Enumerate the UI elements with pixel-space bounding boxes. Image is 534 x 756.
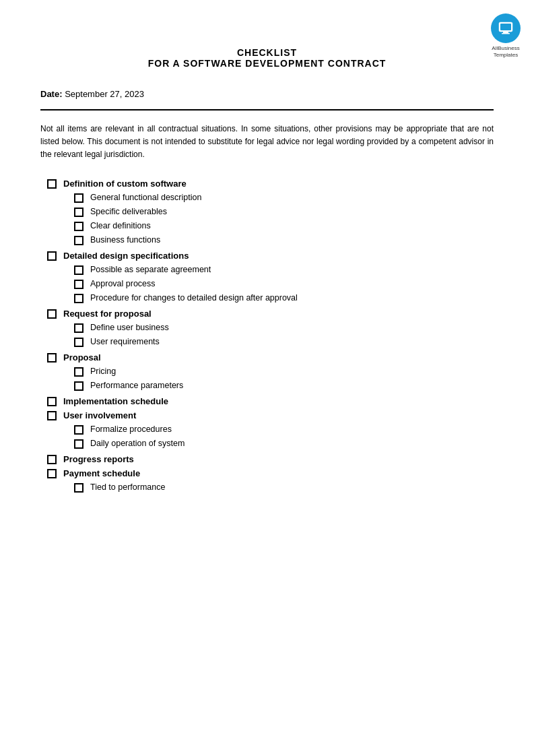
checkbox-implementation[interactable] <box>47 397 57 406</box>
sub-checklist-payment-schedule: Tied to performance <box>47 482 494 493</box>
svg-rect-2 <box>503 32 508 33</box>
date-section: Date: September 27, 2023 <box>40 89 494 99</box>
sub-checklist-definition: General functional descriptionSpecific d… <box>47 193 494 245</box>
page: AllBusiness Templates CHECKLIST FOR A SO… <box>0 0 534 756</box>
sub-item-definition-3[interactable]: Business functions <box>74 235 494 245</box>
date-label: Date: <box>40 89 63 99</box>
section-definition: Definition of custom softwareGeneral fun… <box>47 179 494 245</box>
sub-item-payment-schedule-0[interactable]: Tied to performance <box>74 482 494 493</box>
label-payment-schedule: Payment schedule <box>63 468 140 478</box>
sub-checklist-proposal: PricingPerformance parameters <box>47 367 494 391</box>
sub-checkbox-payment-schedule-0[interactable] <box>74 483 84 493</box>
date-value: September 27, 2023 <box>65 89 144 99</box>
section-implementation: Implementation schedule <box>47 396 494 406</box>
label-progress-reports: Progress reports <box>63 454 134 464</box>
checkbox-definition[interactable] <box>47 179 57 189</box>
sub-label-proposal-0: Pricing <box>90 367 116 376</box>
doc-title: CHECKLIST <box>40 47 494 58</box>
sub-item-user-involvement-1[interactable]: Daily operation of system <box>74 439 494 449</box>
section-progress-reports: Progress reports <box>47 454 494 464</box>
sub-checkbox-definition-0[interactable] <box>74 193 84 203</box>
sub-checkbox-request-proposal-1[interactable] <box>74 338 84 347</box>
sub-checkbox-user-involvement-1[interactable] <box>74 439 84 449</box>
sub-checklist-request-proposal: Define user businessUser requirements <box>47 323 494 347</box>
svg-rect-3 <box>502 33 510 34</box>
sub-item-definition-1[interactable]: Specific deliverables <box>74 207 494 217</box>
label-user-involvement: User involvement <box>63 410 136 420</box>
checklist-item-payment-schedule[interactable]: Payment schedule <box>47 468 494 478</box>
checkbox-detailed-design[interactable] <box>47 251 57 261</box>
sub-checkbox-detailed-design-2[interactable] <box>74 294 84 303</box>
sub-label-definition-3: Business functions <box>90 235 160 245</box>
checkbox-progress-reports[interactable] <box>47 455 57 464</box>
sub-checkbox-definition-3[interactable] <box>74 236 84 245</box>
sub-item-user-involvement-0[interactable]: Formalize procedures <box>74 424 494 435</box>
checklist-item-detailed-design[interactable]: Detailed design specifications <box>47 251 494 261</box>
sub-label-payment-schedule-0: Tied to performance <box>90 482 165 492</box>
sub-checkbox-user-involvement-0[interactable] <box>74 425 84 435</box>
section-proposal: ProposalPricingPerformance parameters <box>47 352 494 391</box>
checkbox-payment-schedule[interactable] <box>47 469 57 478</box>
sub-label-detailed-design-1: Approval process <box>90 279 156 288</box>
divider <box>40 109 494 111</box>
checkbox-proposal[interactable] <box>47 353 57 363</box>
sub-checkbox-request-proposal-0[interactable] <box>74 323 84 333</box>
checklist-item-progress-reports[interactable]: Progress reports <box>47 454 494 464</box>
sub-item-detailed-design-1[interactable]: Approval process <box>74 279 494 289</box>
sub-item-detailed-design-0[interactable]: Possible as separate agreement <box>74 265 494 275</box>
logo-text: AllBusiness Templates <box>492 45 519 59</box>
logo-container: AllBusiness Templates <box>491 13 521 59</box>
sub-label-request-proposal-0: Define user business <box>90 323 169 332</box>
sub-item-request-proposal-0[interactable]: Define user business <box>74 323 494 333</box>
checkbox-request-proposal[interactable] <box>47 309 57 319</box>
checklist-item-request-proposal[interactable]: Request for proposal <box>47 309 494 319</box>
section-request-proposal: Request for proposalDefine user business… <box>47 309 494 347</box>
label-detailed-design: Detailed design specifications <box>63 251 189 261</box>
checklist-item-implementation[interactable]: Implementation schedule <box>47 396 494 406</box>
sub-checklist-detailed-design: Possible as separate agreementApproval p… <box>47 265 494 303</box>
checklist-item-proposal[interactable]: Proposal <box>47 352 494 363</box>
sub-item-proposal-1[interactable]: Performance parameters <box>74 381 494 391</box>
doc-header: CHECKLIST FOR A SOFTWARE DEVELOPMENT CON… <box>40 47 494 69</box>
sub-checkbox-definition-2[interactable] <box>74 222 84 231</box>
svg-rect-1 <box>500 24 511 30</box>
sub-checkbox-detailed-design-0[interactable] <box>74 265 84 275</box>
section-payment-schedule: Payment scheduleTied to performance <box>47 468 494 493</box>
sub-label-user-involvement-1: Daily operation of system <box>90 439 185 448</box>
checklist-item-definition[interactable]: Definition of custom software <box>47 179 494 189</box>
sub-label-user-involvement-0: Formalize procedures <box>90 424 172 434</box>
sub-item-definition-2[interactable]: Clear definitions <box>74 221 494 231</box>
sub-item-definition-0[interactable]: General functional description <box>74 193 494 203</box>
doc-subtitle: FOR A SOFTWARE DEVELOPMENT CONTRACT <box>40 58 494 69</box>
sub-label-definition-2: Clear definitions <box>90 221 151 230</box>
label-definition: Definition of custom software <box>63 179 187 189</box>
sub-label-detailed-design-0: Possible as separate agreement <box>90 265 211 274</box>
sub-label-definition-0: General functional description <box>90 193 201 202</box>
logo-icon <box>491 13 521 43</box>
sub-label-proposal-1: Performance parameters <box>90 381 183 390</box>
sub-checkbox-proposal-1[interactable] <box>74 381 84 391</box>
label-implementation: Implementation schedule <box>63 396 168 406</box>
sub-label-request-proposal-1: User requirements <box>90 337 160 346</box>
sub-item-detailed-design-2[interactable]: Procedure for changes to detailed design… <box>74 293 494 303</box>
label-request-proposal: Request for proposal <box>63 309 152 319</box>
sub-checklist-user-involvement: Formalize proceduresDaily operation of s… <box>47 424 494 449</box>
sub-checkbox-detailed-design-1[interactable] <box>74 280 84 289</box>
section-detailed-design: Detailed design specificationsPossible a… <box>47 251 494 303</box>
label-proposal: Proposal <box>63 352 101 363</box>
sub-label-detailed-design-2: Procedure for changes to detailed design… <box>90 293 298 303</box>
sub-item-request-proposal-1[interactable]: User requirements <box>74 337 494 347</box>
sub-label-definition-1: Specific deliverables <box>90 207 167 216</box>
intro-text: Not all items are relevant in all contra… <box>40 123 494 162</box>
checklist: Definition of custom softwareGeneral fun… <box>40 179 494 493</box>
sub-item-proposal-0[interactable]: Pricing <box>74 367 494 377</box>
sub-checkbox-proposal-0[interactable] <box>74 367 84 377</box>
checklist-item-user-involvement[interactable]: User involvement <box>47 410 494 420</box>
section-user-involvement: User involvementFormalize proceduresDail… <box>47 410 494 449</box>
sub-checkbox-definition-1[interactable] <box>74 208 84 217</box>
checkbox-user-involvement[interactable] <box>47 411 57 420</box>
